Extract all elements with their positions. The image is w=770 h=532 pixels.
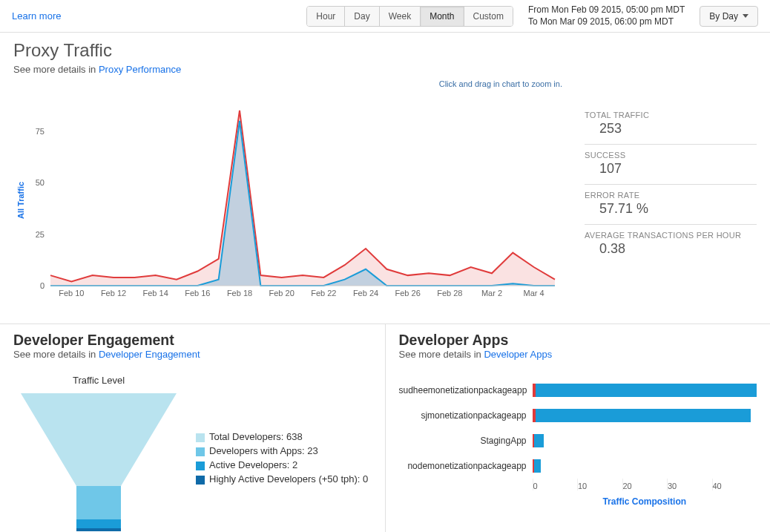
- app-name-label: nodemonetizationpackageapp: [399, 461, 533, 471]
- stat-value: 107: [585, 161, 757, 177]
- svg-text:Mar 4: Mar 4: [524, 289, 544, 298]
- proxy-traffic-section: Proxy Traffic See more details in Proxy …: [0, 33, 770, 324]
- legend-item: Total Developers: 638: [196, 431, 368, 442]
- date-from: Mon Feb 09 2015, 05:00 pm MDT: [551, 4, 685, 15]
- stat-label: SUCCESS: [585, 151, 757, 160]
- svg-text:Feb 26: Feb 26: [395, 289, 421, 298]
- zoom-hint: Click and drag in chart to zoom in.: [13, 79, 562, 88]
- developer-apps-subtext: See more details in Developer Apps: [399, 349, 757, 360]
- svg-text:Feb 28: Feb 28: [437, 289, 462, 298]
- stat-label: TOTAL TRAFFIC: [585, 111, 757, 119]
- developer-apps-section: Developer Apps See more details in Devel…: [385, 324, 771, 532]
- svg-text:0: 0: [40, 281, 45, 290]
- app-bar-row: StagingApp: [399, 428, 757, 453]
- stat-block: TOTAL TRAFFIC253: [585, 105, 757, 144]
- funnel-title: Traffic Level: [13, 375, 184, 386]
- stat-block: AVERAGE TRANSACTIONS PER HOUR0.38: [585, 224, 757, 264]
- developer-engagement-title: Developer Engagement: [13, 332, 372, 349]
- engagement-funnel-chart: [13, 386, 184, 532]
- svg-text:Feb 18: Feb 18: [227, 289, 252, 298]
- app-name-label: sjmonetizationpackageapp: [399, 410, 533, 421]
- legend-item: Developers with Apps: 23: [196, 445, 368, 456]
- svg-text:Feb 20: Feb 20: [269, 289, 294, 298]
- engagement-legend: Total Developers: 638Developers with App…: [196, 431, 368, 487]
- granularity-label: By Day: [709, 11, 738, 22]
- stat-value: 57.71 %: [585, 201, 757, 217]
- developer-engagement-section: Developer Engagement See more details in…: [0, 324, 385, 532]
- developer-apps-title: Developer Apps: [399, 332, 757, 349]
- range-btn-day[interactable]: Day: [345, 7, 379, 26]
- developer-apps-chart: sudheemonetizationpackageappsjmonetizati…: [399, 378, 757, 507]
- stat-value: 253: [585, 121, 757, 137]
- stat-label: AVERAGE TRANSACTIONS PER HOUR: [585, 231, 757, 240]
- svg-rect-19: [76, 486, 121, 519]
- svg-rect-21: [76, 528, 121, 531]
- svg-text:50: 50: [36, 178, 45, 187]
- svg-text:Mar 2: Mar 2: [481, 289, 502, 298]
- developer-engagement-link[interactable]: Developer Engagement: [99, 349, 200, 360]
- date-range-display: From Mon Feb 09 2015, 05:00 pm MDT To Mo…: [528, 4, 685, 27]
- proxy-stats-panel: TOTAL TRAFFIC253SUCCESS107ERROR RATE57.7…: [585, 75, 757, 310]
- stat-block: SUCCESS107: [585, 144, 757, 184]
- svg-text:75: 75: [36, 127, 45, 136]
- stat-label: ERROR RATE: [585, 191, 757, 200]
- range-btn-custom[interactable]: Custom: [464, 7, 513, 26]
- app-name-label: sudheemonetizationpackageapp: [399, 385, 533, 395]
- stat-value: 0.38: [585, 241, 757, 257]
- svg-text:Feb 14: Feb 14: [143, 289, 168, 298]
- proxy-traffic-title: Proxy Traffic: [13, 40, 757, 61]
- date-to: Mon Mar 09 2015, 06:00 pm MDT: [540, 16, 674, 27]
- top-bar: Learn more HourDayWeekMonthCustom From M…: [0, 0, 770, 33]
- chevron-down-icon: [743, 14, 748, 18]
- granularity-dropdown[interactable]: By Day: [700, 6, 758, 27]
- proxy-performance-link[interactable]: Proxy Performance: [99, 64, 181, 75]
- svg-text:Feb 22: Feb 22: [311, 289, 336, 298]
- legend-item: Active Developers: 2: [196, 459, 368, 470]
- app-bar-row: sudheemonetizationpackageapp: [399, 378, 757, 403]
- app-bar-row: sjmonetizationpackageapp: [399, 403, 757, 428]
- range-btn-month[interactable]: Month: [421, 7, 464, 26]
- svg-rect-20: [76, 519, 121, 528]
- svg-text:Feb 12: Feb 12: [101, 289, 126, 298]
- proxy-traffic-subtext: See more details in Proxy Performance: [13, 64, 757, 75]
- stat-block: ERROR RATE57.71 %: [585, 184, 757, 224]
- developer-engagement-subtext: See more details in Developer Engagement: [13, 349, 372, 360]
- svg-text:Feb 16: Feb 16: [185, 289, 210, 298]
- svg-text:All Traffic: All Traffic: [16, 182, 25, 219]
- legend-item: Highly Active Developers (+50 tph): 0: [196, 473, 368, 485]
- bar-x-title: Traffic Composition: [533, 496, 757, 507]
- date-from-prefix: From: [528, 4, 551, 15]
- learn-more-link[interactable]: Learn more: [12, 10, 61, 22]
- time-range-segmented: HourDayWeekMonthCustom: [306, 6, 513, 27]
- svg-text:Feb 24: Feb 24: [353, 289, 378, 298]
- svg-text:Feb 10: Feb 10: [59, 289, 84, 298]
- range-btn-hour[interactable]: Hour: [307, 7, 345, 26]
- range-btn-week[interactable]: Week: [380, 7, 421, 26]
- svg-marker-18: [21, 393, 177, 486]
- proxy-traffic-chart[interactable]: 0255075All TrafficFeb 10Feb 12Feb 14Feb …: [13, 93, 562, 308]
- svg-text:25: 25: [36, 230, 45, 239]
- app-bar-row: nodemonetizationpackageapp: [399, 453, 757, 479]
- developer-apps-link[interactable]: Developer Apps: [484, 349, 552, 360]
- date-to-prefix: To: [528, 16, 540, 27]
- app-name-label: StagingApp: [399, 436, 533, 446]
